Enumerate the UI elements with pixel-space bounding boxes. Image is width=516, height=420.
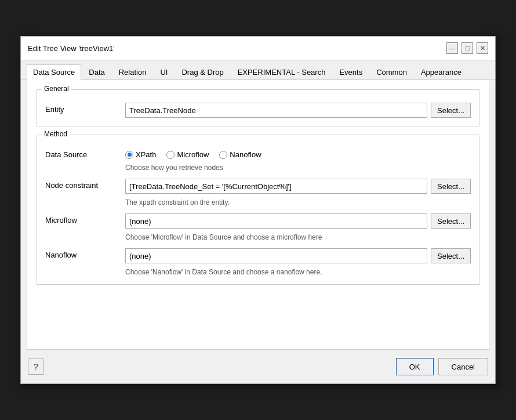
nanoflow-select-button[interactable]: Select... [431, 248, 471, 263]
data-source-row: Data Source XPath Microflow [45, 148, 471, 172]
microflow-label: Microflow [45, 213, 121, 225]
nanoflow-field: Select... Choose 'Nanoflow' in Data Sour… [125, 248, 471, 276]
node-constraint-hint: The xpath constraint on the entity. [125, 198, 230, 207]
radio-nanoflow-circle [219, 151, 227, 159]
radio-xpath[interactable]: XPath [125, 150, 156, 159]
nanoflow-row: Nanoflow Select... Choose 'Nanoflow' in … [45, 248, 471, 276]
radio-hint: Choose how you retrieve nodes [125, 164, 223, 172]
general-section: General Entity Select... [37, 89, 479, 126]
tab-ui[interactable]: UI [154, 64, 174, 80]
ok-button[interactable]: OK [396, 358, 434, 375]
tab-appearance[interactable]: Appearance [415, 64, 468, 80]
node-constraint-select-button[interactable]: Select... [431, 179, 471, 194]
microflow-select-button[interactable]: Select... [431, 213, 471, 229]
tab-relation[interactable]: Relation [112, 64, 153, 80]
microflow-hint: Choose 'Microflow' in Data Source and ch… [125, 233, 322, 241]
tab-drag-drop[interactable]: Drag & Drop [175, 64, 230, 80]
node-constraint-field: Select... The xpath constraint on the en… [125, 179, 471, 207]
nanoflow-hint: Choose 'Nanoflow' in Data Source and cho… [125, 268, 322, 276]
nanoflow-label: Nanoflow [45, 248, 121, 259]
node-constraint-row: Node constraint Select... The xpath cons… [45, 179, 471, 207]
radio-xpath-label: XPath [136, 150, 156, 159]
microflow-input[interactable] [125, 213, 427, 229]
tab-content: General Entity Select... Method Data Sou… [27, 80, 489, 350]
node-constraint-input[interactable] [125, 179, 427, 194]
entity-field: Select... [125, 103, 471, 118]
radio-xpath-circle [125, 151, 133, 159]
tab-events[interactable]: Events [333, 64, 369, 80]
radio-microflow-circle [166, 151, 175, 159]
general-section-title: General [42, 85, 71, 93]
dialog: Edit Tree View 'treeView1' — □ ✕ Data So… [20, 36, 496, 384]
dialog-title: Edit Tree View 'treeView1' [28, 44, 115, 53]
tab-data[interactable]: Data [82, 64, 111, 80]
microflow-field: Select... Choose 'Microflow' in Data Sou… [125, 213, 471, 241]
entity-row: Entity Select... [45, 103, 471, 118]
close-button[interactable]: ✕ [477, 42, 488, 54]
method-section: Method Data Source XPath Microflo [37, 135, 479, 285]
bottom-bar: ? OK Cancel [21, 350, 495, 383]
radio-microflow-label: Microflow [177, 150, 209, 159]
title-bar: Edit Tree View 'treeView1' — □ ✕ [21, 37, 495, 60]
cancel-button[interactable]: Cancel [438, 358, 488, 375]
maximize-button[interactable]: □ [462, 42, 473, 54]
radio-microflow[interactable]: Microflow [166, 150, 209, 159]
microflow-row: Microflow Select... Choose 'Microflow' i… [45, 213, 471, 241]
radio-group: XPath Microflow Nanoflow [125, 148, 261, 159]
data-source-field: XPath Microflow Nanoflow [125, 148, 471, 172]
entity-select-button[interactable]: Select... [431, 103, 471, 118]
tab-data-source[interactable]: Data Source [27, 64, 81, 80]
help-button[interactable]: ? [28, 359, 44, 375]
tab-common[interactable]: Common [370, 64, 413, 80]
data-source-label: Data Source [45, 148, 121, 159]
tab-experimental-search[interactable]: EXPERIMENTAL - Search [231, 64, 332, 80]
action-buttons: OK Cancel [396, 358, 488, 375]
title-controls: — □ ✕ [446, 42, 488, 54]
radio-nanoflow[interactable]: Nanoflow [219, 150, 261, 159]
nanoflow-input[interactable] [125, 248, 427, 263]
radio-nanoflow-label: Nanoflow [230, 150, 261, 159]
minimize-button[interactable]: — [446, 42, 458, 54]
entity-input[interactable] [125, 103, 427, 118]
tab-bar: Data Source Data Relation UI Drag & Drop… [21, 60, 495, 80]
method-section-title: Method [42, 130, 70, 138]
node-constraint-label: Node constraint [45, 179, 121, 190]
entity-label: Entity [45, 103, 121, 114]
